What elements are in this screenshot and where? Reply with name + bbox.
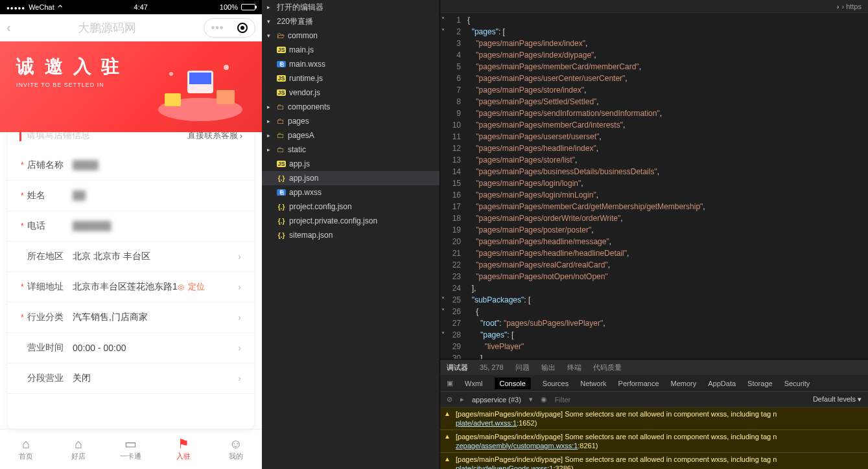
js-file-icon [277, 47, 286, 53]
field-value[interactable]: 汽车销售,门店商家 [73, 312, 238, 323]
devtools-tab-network[interactable]: Network [580, 380, 606, 387]
form-row[interactable]: * 电话 ██████ [8, 211, 254, 242]
breadcrumb[interactable]: https [841, 3, 862, 10]
chevron-right-icon: › [238, 312, 241, 323]
tree-node[interactable]: pagesA [262, 128, 440, 143]
locate-icon[interactable] [178, 281, 185, 292]
tab-好店[interactable]: ⌂好店 [53, 429, 105, 469]
source-link[interactable]: plate/citydeliveryGoods.wxss:1 [456, 464, 553, 469]
tree-node[interactable]: project.private.config.json [262, 214, 440, 228]
devtools-tab-storage[interactable]: Storage [747, 380, 773, 387]
devtools-tab-wxml[interactable]: Wxml [465, 380, 483, 387]
close-miniapp-icon[interactable] [237, 23, 248, 33]
open-editors-section[interactable]: 打开的编辑器 [262, 0, 440, 14]
tab-入驻[interactable]: ⚑入驻 [157, 429, 209, 469]
file-name: app.json [289, 174, 318, 183]
file-name: vendor.js [289, 88, 320, 97]
field-value[interactable]: ██ [73, 190, 241, 201]
execution-context-icon[interactable]: ▸ [460, 395, 464, 404]
tree-node[interactable]: main.wxss [262, 57, 440, 71]
tab-icon: ⚑ [178, 437, 189, 450]
eye-icon[interactable]: ◉ [541, 395, 547, 404]
tab-我的[interactable]: ☺我的 [209, 429, 262, 469]
field-label: 详细地址 [27, 281, 73, 293]
tree-node[interactable]: app.js [262, 157, 440, 171]
form-row[interactable]: * 店铺名称 ████ [8, 150, 254, 181]
console-warning[interactable]: [pages/mainPages/index/diypage] Some sel… [440, 430, 868, 453]
tree-node[interactable]: vendor.js [262, 86, 440, 100]
clear-console-icon[interactable]: ⊘ [447, 395, 452, 404]
source-link[interactable]: zepage/assembly/custompagm.wxss:1 [456, 442, 578, 450]
devtools-secondary-tabs[interactable]: ▣ WxmlConsoleSourcesNetworkPerformanceMe… [440, 375, 868, 392]
more-icon[interactable]: ••• [211, 22, 224, 34]
devtools-primary-tabs[interactable]: 调试器 35, 278问题输出终端代码质量 [440, 360, 868, 375]
source-link[interactable]: plate/advert.wxss:1 [456, 419, 517, 427]
field-value[interactable]: ██████ [73, 221, 241, 231]
tree-node[interactable]: components [262, 100, 440, 114]
tree-node[interactable]: pages [262, 114, 440, 128]
menu-capsule[interactable]: ••• [204, 18, 255, 38]
project-root[interactable]: 220带直播 [262, 14, 440, 29]
tab-一卡通[interactable]: ▭一卡通 [105, 429, 158, 469]
required-star: * [21, 222, 27, 231]
log-levels-dropdown[interactable]: Default levels ▾ [813, 395, 862, 404]
field-value[interactable]: 00:00 - 00:00 [73, 343, 238, 353]
tree-node[interactable]: runtime.js [262, 71, 440, 86]
form-row[interactable]: 分段营业 关闭 › [8, 363, 254, 394]
form-row[interactable]: * 详细地址 北京市丰台区莲花池东路1定位 › [8, 272, 254, 303]
devtools-tab-console[interactable]: Console [495, 378, 531, 389]
code-editor[interactable]: 1234567891011121314151617181920212223242… [440, 13, 868, 359]
panel-tab[interactable]: 问题 [515, 363, 530, 372]
field-value[interactable]: 关闭 [73, 372, 238, 384]
panel-tab[interactable]: 输出 [541, 363, 556, 372]
context-selector[interactable]: appservice (#3) [472, 396, 521, 404]
field-value[interactable]: ████ [73, 160, 241, 170]
chevron-right-icon[interactable]: › [834, 3, 842, 10]
field-value[interactable]: 北京 北京市 丰台区 [73, 251, 238, 262]
back-button[interactable]: ‹ [6, 20, 11, 35]
devtools-tab-security[interactable]: Security [784, 380, 810, 387]
tree-node[interactable]: sitemap.json [262, 228, 440, 242]
inspect-icon[interactable]: ▣ [447, 379, 453, 387]
panel-tab[interactable]: 终端 [567, 363, 581, 372]
required-star: * [21, 161, 27, 170]
folder-icon [277, 31, 285, 40]
panel-tab[interactable]: 代码质量 [593, 363, 622, 372]
locate-button[interactable]: 定位 [188, 282, 205, 292]
devtools-tab-appdata[interactable]: AppData [708, 380, 736, 387]
form-row[interactable]: * 姓名 ██ [8, 181, 254, 211]
tree-node[interactable]: app.wxss [262, 185, 440, 200]
svg-rect-3 [165, 93, 181, 106]
signal-icon [6, 3, 25, 11]
console-output[interactable]: [pages/mainPages/index/diypage] Some sel… [440, 407, 868, 469]
tab-首页[interactable]: ⌂首页 [0, 429, 53, 469]
status-bar: WeChat 4:47 100% [0, 0, 262, 14]
form-row[interactable]: 营业时间 00:00 - 00:00 › [8, 333, 254, 363]
hero-banner: 诚 邀 入 驻 INVITE TO BE SETTLED IN [0, 41, 262, 132]
tree-node[interactable]: static [262, 143, 440, 157]
field-value[interactable]: 北京市丰台区莲花池东路1定位 [73, 281, 238, 293]
field-label: 所在地区 [27, 251, 73, 262]
field-label: 电话 [27, 220, 73, 232]
devtools-panel: 调试器 35, 278问题输出终端代码质量 ▣ WxmlConsoleSourc… [440, 359, 868, 469]
devtools-tab-memory[interactable]: Memory [671, 380, 697, 387]
console-warning[interactable]: [pages/mainPages/index/diypage] Some sel… [440, 407, 868, 430]
tree-node[interactable]: project.config.json [262, 200, 440, 214]
devtools-tab-sources[interactable]: Sources [543, 380, 569, 387]
tree-node[interactable]: common [262, 29, 440, 43]
dropdown-icon[interactable]: ▾ [529, 395, 533, 404]
console-warning[interactable]: [pages/mainPages/index/diypage] Some sel… [440, 453, 868, 469]
chevron-right-icon: › [238, 343, 241, 353]
file-explorer[interactable]: 打开的编辑器 220带直播 commonmain.jsmain.wxssrunt… [262, 0, 440, 469]
debugger-tab[interactable]: 调试器 [447, 363, 468, 372]
wifi-icon [58, 3, 62, 12]
form-card: 请填写店铺信息 直接联系客服 › * 店铺名称 ████ * 姓名 ██ * 电… [8, 120, 254, 429]
tree-node[interactable]: main.js [262, 43, 440, 57]
tab-label: 好店 [71, 452, 86, 461]
file-name: main.js [289, 45, 314, 54]
console-filter-input[interactable] [555, 396, 805, 404]
form-row[interactable]: * 行业分类 汽车销售,门店商家 › [8, 303, 254, 333]
devtools-tab-performance[interactable]: Performance [618, 380, 659, 387]
form-row[interactable]: 所在地区 北京 北京市 丰台区 › [8, 242, 254, 272]
tree-node[interactable]: app.json [262, 171, 440, 185]
